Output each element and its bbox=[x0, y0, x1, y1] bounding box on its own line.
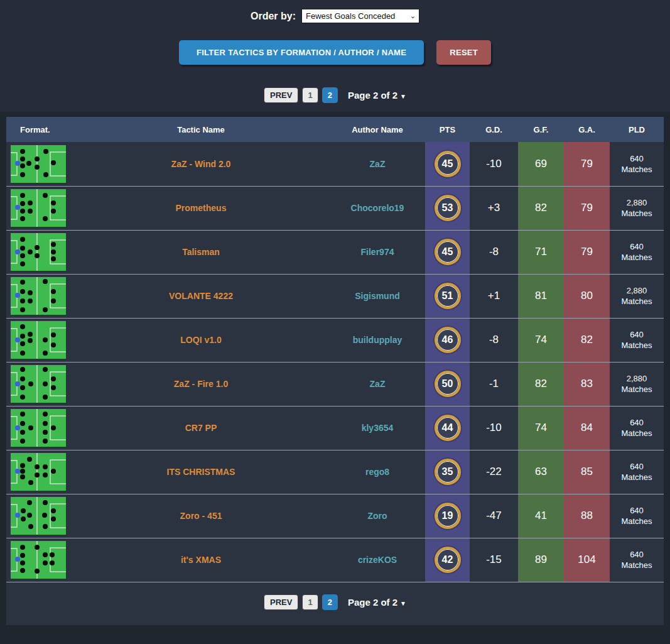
gd-cell: +3 bbox=[470, 186, 518, 230]
pts-badge: 44 bbox=[435, 415, 461, 441]
pld-value: 640Matches bbox=[610, 241, 664, 263]
prev-page-button[interactable]: PREV bbox=[264, 594, 298, 610]
gd-cell: -1 bbox=[470, 362, 518, 406]
table-row: CR7 PPkly365444-107484640Matches bbox=[6, 406, 664, 450]
author-name-link[interactable]: kly3654 bbox=[362, 423, 394, 433]
order-by-selected-value: Fewest Goals Conceded bbox=[306, 11, 395, 21]
pagination-bottom: PREV 1 2 Page 2 of 2▼ bbox=[6, 582, 664, 625]
author-name-link[interactable]: ZaZ bbox=[370, 379, 386, 389]
ga-value: 79 bbox=[581, 202, 593, 214]
header-author-name: Author Name bbox=[330, 117, 425, 142]
gf-cell: 69 bbox=[518, 142, 564, 186]
author-name-link[interactable]: Sigismund bbox=[355, 291, 400, 301]
tactic-name-cell: it's XMAS bbox=[72, 538, 330, 582]
page-1-button[interactable]: 1 bbox=[302, 594, 318, 610]
tactics-table: Format. Tactic Name Author Name PTS G.D.… bbox=[6, 117, 664, 582]
header-gf: G.F. bbox=[518, 117, 564, 142]
ga-cell: 80 bbox=[564, 274, 610, 318]
pld-cell: 640Matches bbox=[610, 450, 664, 494]
pts-cell: 42 bbox=[425, 538, 470, 582]
gd-cell: -47 bbox=[470, 494, 518, 538]
author-name-cell: ZaZ bbox=[330, 362, 425, 406]
reset-button[interactable]: RESET bbox=[436, 40, 491, 65]
tactic-name-link[interactable]: Zoro - 451 bbox=[180, 511, 222, 521]
author-name-link[interactable]: Chocorelo19 bbox=[351, 203, 404, 213]
pts-cell: 44 bbox=[425, 406, 470, 450]
formation-pitch-image bbox=[11, 145, 66, 183]
tactic-name-link[interactable]: ITS CHRISTMAS bbox=[167, 467, 235, 477]
pld-value: 2,880Matches bbox=[610, 197, 664, 219]
formation-pitch-image bbox=[11, 233, 66, 271]
tactic-name-link[interactable]: CR7 PP bbox=[185, 423, 217, 433]
pld-value: 640Matches bbox=[610, 153, 664, 175]
author-name-link[interactable]: buildupplay bbox=[353, 335, 403, 345]
author-name-link[interactable]: crizeKOS bbox=[358, 555, 397, 565]
gd-cell: +1 bbox=[470, 274, 518, 318]
ga-value: 85 bbox=[581, 466, 593, 478]
author-name-cell: buildupplay bbox=[330, 318, 425, 362]
page-2-button[interactable]: 2 bbox=[322, 87, 338, 103]
pts-badge: 53 bbox=[435, 195, 461, 221]
tactic-name-cell: LOQI v1.0 bbox=[72, 318, 330, 362]
format-cell bbox=[6, 494, 72, 538]
gf-value: 63 bbox=[535, 466, 547, 478]
author-name-link[interactable]: ZaZ bbox=[370, 159, 386, 169]
gf-cell: 82 bbox=[518, 362, 564, 406]
page-status-dropdown[interactable]: Page 2 of 2▼ bbox=[348, 597, 406, 608]
ga-value: 79 bbox=[581, 158, 593, 170]
pld-value: 640Matches bbox=[610, 549, 664, 570]
table-row: ZaZ - Wind 2.0ZaZ45-106979640Matches bbox=[6, 142, 664, 186]
tactic-name-link[interactable]: it's XMAS bbox=[181, 555, 221, 565]
header-format: Format. bbox=[6, 117, 72, 142]
gf-value: 81 bbox=[535, 290, 547, 302]
gd-cell: -15 bbox=[470, 538, 518, 582]
pts-cell: 35 bbox=[425, 450, 470, 494]
format-cell bbox=[6, 538, 72, 582]
table-row: it's XMAScrizeKOS42-1589104640Matches bbox=[6, 538, 664, 582]
author-name-cell: rego8 bbox=[330, 450, 425, 494]
pld-value: 640Matches bbox=[610, 417, 664, 439]
tactic-name-cell: Zoro - 451 bbox=[72, 494, 330, 538]
gf-value: 74 bbox=[535, 422, 547, 434]
pts-badge: 35 bbox=[435, 459, 461, 485]
page-2-button[interactable]: 2 bbox=[322, 594, 338, 610]
prev-page-button[interactable]: PREV bbox=[264, 87, 298, 103]
ga-cell: 79 bbox=[564, 230, 610, 274]
ga-cell: 84 bbox=[564, 406, 610, 450]
author-name-link[interactable]: rego8 bbox=[365, 467, 389, 477]
author-name-link[interactable]: Zoro bbox=[367, 511, 387, 521]
tactic-name-link[interactable]: Prometheus bbox=[176, 203, 227, 213]
page-status-dropdown[interactable]: Page 2 of 2▼ bbox=[348, 90, 406, 101]
gf-value: 41 bbox=[535, 510, 547, 521]
tactic-name-link[interactable]: LOQI v1.0 bbox=[180, 335, 221, 345]
pts-cell: 45 bbox=[425, 230, 470, 274]
order-by-select[interactable]: Fewest Goals Conceded ⌄ bbox=[301, 9, 419, 23]
tactic-name-link[interactable]: ZaZ - Fire 1.0 bbox=[174, 379, 228, 389]
table-row: ITS CHRISTMASrego835-226385640Matches bbox=[6, 450, 664, 494]
tactic-name-link[interactable]: Talisman bbox=[182, 247, 220, 257]
gf-value: 89 bbox=[535, 554, 547, 565]
tactic-name-link[interactable]: ZaZ - Wind 2.0 bbox=[171, 159, 231, 169]
formation-pitch-image bbox=[11, 277, 66, 315]
gd-value: -8 bbox=[489, 334, 499, 346]
formation-pitch-image bbox=[11, 497, 66, 535]
format-cell bbox=[6, 142, 72, 186]
filter-tactics-button[interactable]: FILTER TACTICS BY FORMATION / AUTHOR / N… bbox=[179, 40, 424, 65]
pld-cell: 2,880Matches bbox=[610, 274, 664, 318]
page-1-button[interactable]: 1 bbox=[302, 87, 318, 103]
gd-value: -8 bbox=[489, 246, 499, 258]
tactic-name-link[interactable]: VOLANTE 4222 bbox=[169, 291, 233, 301]
gd-cell: -8 bbox=[470, 318, 518, 362]
author-name-cell: ZaZ bbox=[330, 142, 425, 186]
order-by-row: Order by: Fewest Goals Conceded ⌄ bbox=[0, 9, 670, 23]
author-name-link[interactable]: Filer974 bbox=[361, 247, 394, 257]
pagination-top: PREV 1 2 Page 2 of 2▼ bbox=[0, 87, 670, 103]
author-name-cell: kly3654 bbox=[330, 406, 425, 450]
pts-badge: 45 bbox=[435, 151, 461, 177]
format-cell bbox=[6, 230, 72, 274]
page-status-text: Page 2 of 2 bbox=[348, 90, 397, 101]
author-name-cell: Sigismund bbox=[330, 274, 425, 318]
table-header-row: Format. Tactic Name Author Name PTS G.D.… bbox=[6, 117, 664, 142]
format-cell bbox=[6, 318, 72, 362]
gf-value: 82 bbox=[535, 202, 547, 214]
